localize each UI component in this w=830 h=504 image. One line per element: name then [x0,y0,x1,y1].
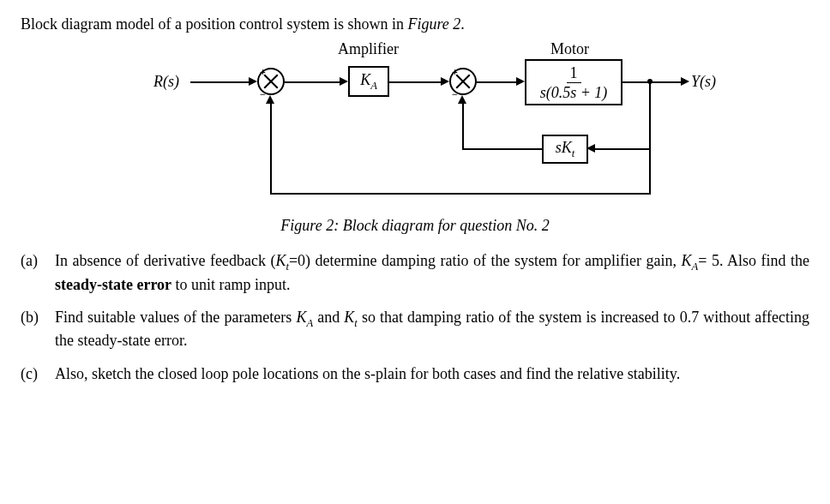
sum1-plus: + [260,66,266,79]
arrow-icon [681,77,689,86]
block-diagram: Amplifier Motor R(s) Y(s) + − KA + − 1 s… [89,40,741,212]
intro-text: Block diagram model of a position contro… [21,15,809,33]
arrow-icon [516,77,525,86]
intro-post: . [460,15,465,33]
motor-numerator: 1 [567,65,581,83]
intro-pre: Block diagram model of a position contro… [21,15,407,33]
amp-gain-k: K [360,71,370,88]
question-a-label: (a) [21,250,55,271]
sum2-plus: + [452,66,458,79]
sum1-minus: − [260,88,266,101]
question-a: (a) In absence of derivative feedback (K… [21,250,809,295]
amplifier-block: KA [348,66,389,97]
question-c-label: (c) [21,363,55,384]
deriv-sk: sK [556,139,572,156]
question-b-label: (b) [21,307,55,327]
arrow-icon [441,77,449,86]
question-c: (c) Also, sketch the closed loop pole lo… [21,363,809,384]
question-c-body: Also, sketch the closed loop pole locati… [55,363,809,384]
motor-denominator: s(0.5s + 1) [540,83,608,100]
derivative-feedback-block: sKt [542,135,588,164]
arrow-icon [340,77,348,86]
steady-state-error-emph: steady-state error [55,276,171,293]
question-b-body: Find suitable values of the parameters K… [55,307,809,351]
figure-caption: Figure 2: Block diagram for question No.… [21,217,809,235]
arrow-icon [266,95,274,104]
motor-label: Motor [550,40,589,58]
deriv-sub: t [572,147,575,159]
amp-gain-sub: A [370,79,377,91]
question-a-body: In absence of derivative feedback (Kt=0)… [55,250,809,295]
amplifier-label: Amplifier [338,40,399,58]
input-label: R(s) [153,73,179,91]
intro-figure-ref: Figure 2 [407,15,460,33]
motor-block: 1 s(0.5s + 1) [525,59,622,105]
arrow-icon [458,95,466,104]
output-label: Y(s) [691,73,716,91]
question-b: (b) Find suitable values of the paramete… [21,307,809,351]
arrow-icon [249,77,257,86]
sum2-minus: − [452,88,458,101]
